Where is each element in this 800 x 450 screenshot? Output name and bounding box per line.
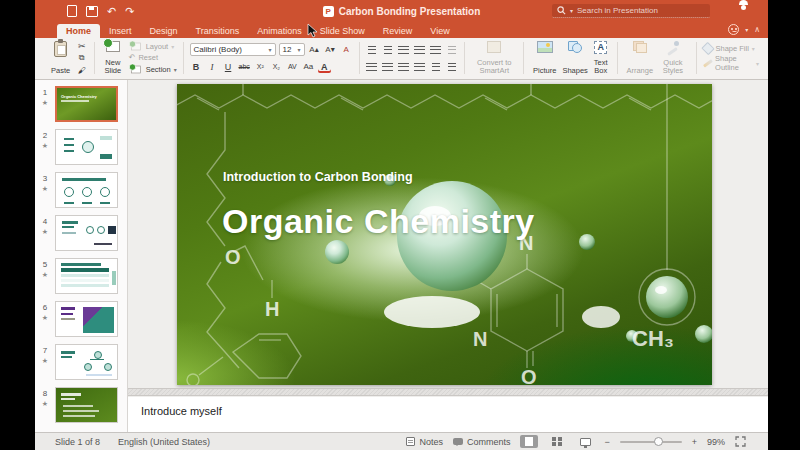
strikethrough-button[interactable]: abc [238,60,251,73]
grow-font-button[interactable]: A▴ [308,43,321,56]
cut-icon[interactable]: ✂ [75,40,88,52]
character-spacing-button[interactable]: AV [286,60,299,73]
slide-editor[interactable]: O H N N O CH₃ Introduction to Carbon Bon… [177,84,712,385]
slide-sorter-view-button[interactable] [548,435,566,448]
transition-star-icon: ★ [42,228,48,235]
justify-button[interactable] [413,60,426,73]
tab-slide-show[interactable]: Slide Show [311,24,374,38]
shape-outline-button[interactable]: Shape Outline ▾ [703,54,760,72]
notes-icon [406,437,415,446]
font-name-combo[interactable]: Calibri (Body) ▾ [190,43,276,56]
new-document-icon[interactable] [67,5,77,17]
bullets-button[interactable] [365,43,378,56]
notes-pane[interactable]: Introduce myself [128,397,768,432]
collapse-ribbon-icon[interactable]: ∧ [754,25,760,34]
slide-thumbnail-panel[interactable]: 1 ★ Organic Chemistry 2 ★ [35,80,128,432]
change-case-button[interactable]: Aa [302,60,315,73]
tab-home[interactable]: Home [57,24,100,38]
fit-to-window-icon[interactable] [735,436,746,447]
transition-star-icon: ★ [42,271,48,278]
section-button[interactable]: Section ▾ [129,64,177,75]
notes-resize-handle[interactable] [128,388,768,396]
zoom-slider[interactable] [620,441,682,443]
subscript-button[interactable]: X₂ [270,60,283,73]
bold-button[interactable]: B [190,60,203,73]
thumbnail-slide-4[interactable]: 4 ★ [35,215,127,251]
thumbnail-slide-2[interactable]: 2 ★ [35,129,127,165]
thumbnail-slide-1[interactable]: 1 ★ Organic Chemistry [35,86,127,122]
superscript-button[interactable]: X² [254,60,267,73]
thumbnail-slide-6[interactable]: 6 ★ [35,301,127,337]
comments-toggle-button[interactable]: Comments [453,437,511,447]
smartart-icon [487,41,501,53]
normal-view-button[interactable] [520,435,538,448]
tab-insert[interactable]: Insert [100,24,141,38]
tab-design[interactable]: Design [141,24,187,38]
paste-button[interactable]: Paste [48,40,73,76]
slide-subtitle[interactable]: Introduction to Carbon Bonding [223,170,413,184]
search-scope-dropdown-icon[interactable]: ▾ [570,7,573,14]
slide-title[interactable]: Organic Chemistry [222,202,535,241]
tab-view[interactable]: View [421,24,458,38]
ribbon: Paste ✂ ⧉ 🖌︎ New Slide Layout ▾ ↶ [35,38,768,80]
screen: ↶ ↷ P Carbon Bonding Presentation ▾ Home… [0,0,800,450]
copy-icon[interactable]: ⧉ [75,52,88,64]
feedback-smiley-icon[interactable] [728,24,739,35]
format-painter-icon[interactable]: 🖌︎ [75,64,88,76]
notes-toggle-button[interactable]: Notes [406,437,443,447]
language-indicator[interactable]: English (United States) [118,437,210,447]
shapes-button[interactable]: Shapes [559,40,590,76]
thumbnail-slide-7[interactable]: 7 ★ [35,344,127,380]
zoom-in-button[interactable]: + [692,437,697,447]
line-spacing-button[interactable] [429,43,442,56]
italic-button[interactable]: I [206,60,219,73]
search-box[interactable]: ▾ [552,4,710,18]
picture-button[interactable]: Picture [530,40,559,76]
notes-text[interactable]: Introduce myself [141,405,222,417]
slide-show-view-button[interactable] [576,435,594,448]
columns-button[interactable] [445,43,458,56]
numbering-button[interactable] [381,43,394,56]
align-left-button[interactable] [365,60,378,73]
font-size-combo[interactable]: 12 ▾ [279,43,305,56]
arrange-button[interactable]: Arrange [623,40,656,76]
tab-review[interactable]: Review [374,24,422,38]
tab-transitions[interactable]: Transitions [187,24,249,38]
save-icon[interactable] [86,6,98,17]
feedback-dropdown-icon[interactable]: ▾ [745,26,748,33]
underline-button[interactable]: U [222,60,235,73]
convert-to-smartart-button[interactable]: Convert to SmartArt [471,40,517,76]
align-right-button[interactable] [397,60,410,73]
increase-indent-button[interactable] [413,43,426,56]
text-box-button[interactable]: A Text Box [591,40,611,76]
align-text-button[interactable] [445,60,458,73]
thumbnail-slide-8[interactable]: 8 ★ [35,387,127,423]
undo-icon[interactable]: ↶ [107,5,116,18]
zoom-slider-knob[interactable] [654,437,663,446]
layout-button[interactable]: Layout ▾ [129,41,177,52]
slide-counter: Slide 1 of 8 [55,437,100,447]
search-input[interactable] [577,6,697,15]
document-title: Carbon Bonding Presentation [339,6,481,17]
redo-icon[interactable]: ↷ [125,5,134,18]
shrink-font-button[interactable]: A▾ [324,43,337,56]
transition-star-icon: ★ [42,357,48,364]
new-slide-icon [106,41,120,52]
reset-button[interactable]: ↶ Reset [129,53,177,62]
new-slide-button[interactable]: New Slide [101,40,125,76]
zoom-percentage[interactable]: 99% [707,437,725,447]
quick-styles-button[interactable]: Quick Styles [656,40,690,76]
thumbnail-slide-3[interactable]: 3 ★ [35,172,127,208]
thumbnail-slide-5[interactable]: 5 ★ [35,258,127,294]
font-color-button[interactable]: A [318,60,331,73]
powerpoint-logo-icon: P [323,6,334,17]
align-center-button[interactable] [381,60,394,73]
picture-icon [537,41,553,53]
text-direction-button[interactable] [429,60,442,73]
reset-icon: ↶ [129,53,136,62]
tab-animations[interactable]: Animations [248,24,311,38]
shape-fill-button[interactable]: Shape Fill ▾ [703,44,760,53]
decrease-indent-button[interactable] [397,43,410,56]
zoom-out-button[interactable]: − [604,437,609,447]
clear-formatting-button[interactable]: A [340,43,353,56]
